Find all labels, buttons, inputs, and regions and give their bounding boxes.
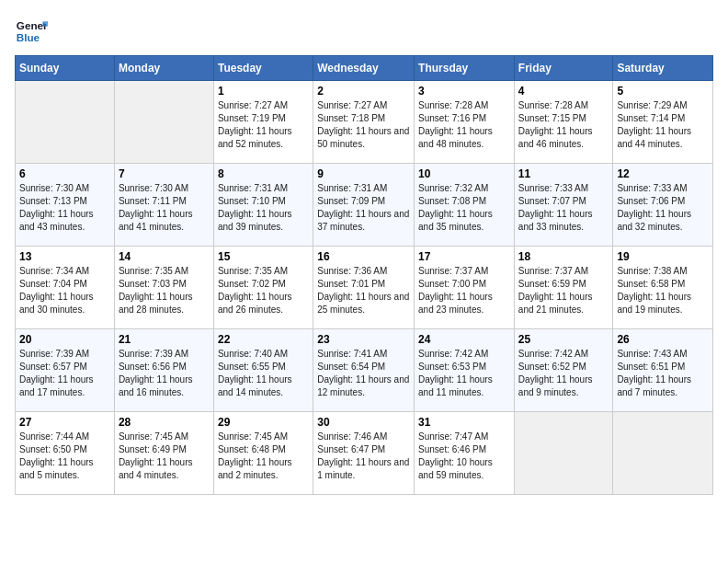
day-number: 20 bbox=[19, 333, 110, 346]
day-info: Sunrise: 7:31 AMSunset: 7:10 PMDaylight:… bbox=[218, 182, 309, 234]
day-number: 12 bbox=[617, 167, 709, 180]
day-number: 18 bbox=[518, 250, 609, 263]
calendar-table: SundayMondayTuesdayWednesdayThursdayFrid… bbox=[15, 55, 713, 495]
calendar-cell: 27Sunrise: 7:44 AMSunset: 6:50 PMDayligh… bbox=[16, 412, 115, 495]
calendar-cell: 28Sunrise: 7:45 AMSunset: 6:49 PMDayligh… bbox=[114, 412, 213, 495]
day-number: 31 bbox=[418, 416, 510, 429]
day-info: Sunrise: 7:35 AMSunset: 7:02 PMDaylight:… bbox=[218, 265, 309, 316]
day-number: 13 bbox=[19, 250, 110, 263]
day-info: Sunrise: 7:46 AMSunset: 6:47 PMDaylight:… bbox=[317, 431, 410, 482]
day-info: Sunrise: 7:27 AMSunset: 7:18 PMDaylight:… bbox=[317, 99, 410, 151]
day-number: 1 bbox=[218, 85, 309, 98]
svg-text:Blue: Blue bbox=[17, 31, 40, 43]
calendar-cell: 22Sunrise: 7:40 AMSunset: 6:55 PMDayligh… bbox=[213, 329, 313, 412]
day-number: 16 bbox=[317, 250, 410, 263]
day-info: Sunrise: 7:38 AMSunset: 6:58 PMDaylight:… bbox=[617, 265, 709, 316]
calendar-cell: 12Sunrise: 7:33 AMSunset: 7:06 PMDayligh… bbox=[613, 164, 713, 247]
calendar-cell: 31Sunrise: 7:47 AMSunset: 6:46 PMDayligh… bbox=[415, 412, 515, 495]
day-info: Sunrise: 7:45 AMSunset: 6:49 PMDaylight:… bbox=[119, 431, 210, 482]
weekday-header-sunday: Sunday bbox=[16, 56, 115, 81]
day-number: 6 bbox=[19, 167, 110, 180]
day-number: 10 bbox=[418, 167, 510, 180]
calendar-cell: 13Sunrise: 7:34 AMSunset: 7:04 PMDayligh… bbox=[16, 247, 115, 329]
day-info: Sunrise: 7:47 AMSunset: 6:46 PMDaylight:… bbox=[418, 431, 510, 482]
day-number: 7 bbox=[119, 167, 210, 180]
weekday-header-monday: Monday bbox=[114, 56, 213, 81]
day-number: 3 bbox=[418, 85, 510, 98]
day-number: 22 bbox=[218, 333, 309, 346]
calendar-cell: 23Sunrise: 7:41 AMSunset: 6:54 PMDayligh… bbox=[313, 329, 415, 412]
weekday-header-row: SundayMondayTuesdayWednesdayThursdayFrid… bbox=[16, 56, 713, 81]
calendar-cell: 24Sunrise: 7:42 AMSunset: 6:53 PMDayligh… bbox=[415, 329, 515, 412]
calendar-cell: 1Sunrise: 7:27 AMSunset: 7:19 PMDaylight… bbox=[213, 81, 313, 164]
day-number: 9 bbox=[317, 167, 410, 180]
day-info: Sunrise: 7:33 AMSunset: 7:06 PMDaylight:… bbox=[617, 182, 709, 234]
day-info: Sunrise: 7:37 AMSunset: 6:59 PMDaylight:… bbox=[518, 265, 609, 316]
day-number: 8 bbox=[218, 167, 309, 180]
calendar-cell: 5Sunrise: 7:29 AMSunset: 7:14 PMDaylight… bbox=[613, 81, 713, 164]
calendar-week-3: 13Sunrise: 7:34 AMSunset: 7:04 PMDayligh… bbox=[16, 247, 713, 329]
day-info: Sunrise: 7:28 AMSunset: 7:16 PMDaylight:… bbox=[418, 99, 510, 151]
calendar-cell: 14Sunrise: 7:35 AMSunset: 7:03 PMDayligh… bbox=[114, 247, 213, 329]
day-info: Sunrise: 7:39 AMSunset: 6:56 PMDaylight:… bbox=[119, 348, 210, 399]
calendar-cell bbox=[514, 412, 613, 495]
calendar-cell: 29Sunrise: 7:45 AMSunset: 6:48 PMDayligh… bbox=[213, 412, 313, 495]
day-info: Sunrise: 7:30 AMSunset: 7:13 PMDaylight:… bbox=[19, 182, 110, 234]
day-number: 17 bbox=[418, 250, 510, 263]
day-number: 30 bbox=[317, 416, 410, 429]
calendar-cell: 30Sunrise: 7:46 AMSunset: 6:47 PMDayligh… bbox=[313, 412, 415, 495]
day-info: Sunrise: 7:27 AMSunset: 7:19 PMDaylight:… bbox=[218, 99, 309, 151]
day-number: 2 bbox=[317, 85, 410, 98]
day-info: Sunrise: 7:28 AMSunset: 7:15 PMDaylight:… bbox=[518, 99, 609, 151]
day-number: 5 bbox=[617, 85, 709, 98]
day-info: Sunrise: 7:42 AMSunset: 6:52 PMDaylight:… bbox=[518, 348, 609, 399]
weekday-header-tuesday: Tuesday bbox=[213, 56, 313, 81]
page-header: General Blue bbox=[15, 15, 713, 48]
calendar-cell: 17Sunrise: 7:37 AMSunset: 7:00 PMDayligh… bbox=[415, 247, 515, 329]
day-info: Sunrise: 7:45 AMSunset: 6:48 PMDaylight:… bbox=[218, 431, 309, 482]
calendar-cell: 8Sunrise: 7:31 AMSunset: 7:10 PMDaylight… bbox=[213, 164, 313, 247]
weekday-header-saturday: Saturday bbox=[613, 56, 713, 81]
day-number: 21 bbox=[119, 333, 210, 346]
day-number: 11 bbox=[518, 167, 609, 180]
day-info: Sunrise: 7:43 AMSunset: 6:51 PMDaylight:… bbox=[617, 348, 709, 399]
day-number: 15 bbox=[218, 250, 309, 263]
calendar-cell: 6Sunrise: 7:30 AMSunset: 7:13 PMDaylight… bbox=[16, 164, 115, 247]
day-info: Sunrise: 7:37 AMSunset: 7:00 PMDaylight:… bbox=[418, 265, 510, 316]
day-number: 25 bbox=[518, 333, 609, 346]
calendar-cell: 4Sunrise: 7:28 AMSunset: 7:15 PMDaylight… bbox=[514, 81, 613, 164]
calendar-cell: 11Sunrise: 7:33 AMSunset: 7:07 PMDayligh… bbox=[514, 164, 613, 247]
calendar-body: 1Sunrise: 7:27 AMSunset: 7:19 PMDaylight… bbox=[16, 81, 713, 495]
calendar-week-1: 1Sunrise: 7:27 AMSunset: 7:19 PMDaylight… bbox=[16, 81, 713, 164]
day-number: 28 bbox=[119, 416, 210, 429]
calendar-week-5: 27Sunrise: 7:44 AMSunset: 6:50 PMDayligh… bbox=[16, 412, 713, 495]
calendar-week-4: 20Sunrise: 7:39 AMSunset: 6:57 PMDayligh… bbox=[16, 329, 713, 412]
day-info: Sunrise: 7:29 AMSunset: 7:14 PMDaylight:… bbox=[617, 99, 709, 151]
day-number: 23 bbox=[317, 333, 410, 346]
calendar-cell: 15Sunrise: 7:35 AMSunset: 7:02 PMDayligh… bbox=[213, 247, 313, 329]
calendar-cell: 25Sunrise: 7:42 AMSunset: 6:52 PMDayligh… bbox=[514, 329, 613, 412]
calendar-header: SundayMondayTuesdayWednesdayThursdayFrid… bbox=[16, 56, 713, 81]
calendar-cell: 19Sunrise: 7:38 AMSunset: 6:58 PMDayligh… bbox=[613, 247, 713, 329]
day-info: Sunrise: 7:33 AMSunset: 7:07 PMDaylight:… bbox=[518, 182, 609, 234]
day-number: 29 bbox=[218, 416, 309, 429]
day-number: 27 bbox=[19, 416, 110, 429]
weekday-header-friday: Friday bbox=[514, 56, 613, 81]
calendar-week-2: 6Sunrise: 7:30 AMSunset: 7:13 PMDaylight… bbox=[16, 164, 713, 247]
day-number: 24 bbox=[418, 333, 510, 346]
day-info: Sunrise: 7:42 AMSunset: 6:53 PMDaylight:… bbox=[418, 348, 510, 399]
calendar-cell: 7Sunrise: 7:30 AMSunset: 7:11 PMDaylight… bbox=[114, 164, 213, 247]
calendar-cell bbox=[613, 412, 713, 495]
day-info: Sunrise: 7:36 AMSunset: 7:01 PMDaylight:… bbox=[317, 265, 410, 316]
day-number: 19 bbox=[617, 250, 709, 263]
calendar-cell bbox=[16, 81, 115, 164]
day-info: Sunrise: 7:31 AMSunset: 7:09 PMDaylight:… bbox=[317, 182, 410, 234]
day-info: Sunrise: 7:44 AMSunset: 6:50 PMDaylight:… bbox=[19, 431, 110, 482]
day-number: 4 bbox=[518, 85, 609, 98]
calendar-cell: 21Sunrise: 7:39 AMSunset: 6:56 PMDayligh… bbox=[114, 329, 213, 412]
logo: General Blue bbox=[15, 15, 48, 48]
calendar-cell: 16Sunrise: 7:36 AMSunset: 7:01 PMDayligh… bbox=[313, 247, 415, 329]
day-number: 26 bbox=[617, 333, 709, 346]
calendar-cell bbox=[114, 81, 213, 164]
calendar-cell: 18Sunrise: 7:37 AMSunset: 6:59 PMDayligh… bbox=[514, 247, 613, 329]
